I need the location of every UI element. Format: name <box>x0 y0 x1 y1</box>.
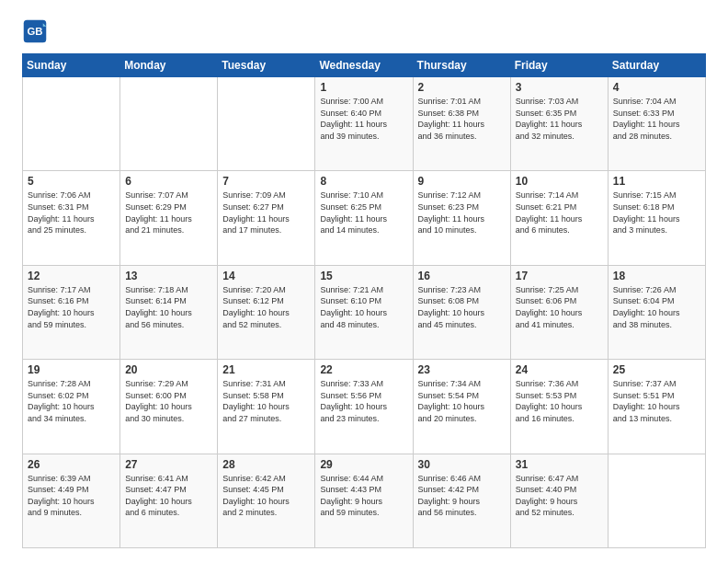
day-cell: 15Sunrise: 7:21 AM Sunset: 6:10 PM Dayli… <box>315 265 413 359</box>
day-info: Sunrise: 7:29 AM Sunset: 6:00 PM Dayligh… <box>125 378 212 424</box>
calendar-page: GB SundayMondayTuesdayWednesdayThursdayF… <box>0 0 728 563</box>
day-number: 3 <box>516 81 603 94</box>
day-info: Sunrise: 7:37 AM Sunset: 5:51 PM Dayligh… <box>613 378 700 424</box>
day-cell: 18Sunrise: 7:26 AM Sunset: 6:04 PM Dayli… <box>608 265 705 359</box>
day-cell: 8Sunrise: 7:10 AM Sunset: 6:25 PM Daylig… <box>315 171 413 265</box>
day-cell: 21Sunrise: 7:31 AM Sunset: 5:58 PM Dayli… <box>218 360 315 454</box>
day-cell: 7Sunrise: 7:09 AM Sunset: 6:27 PM Daylig… <box>218 171 315 265</box>
day-number: 7 <box>222 175 310 188</box>
day-cell <box>608 454 705 547</box>
day-info: Sunrise: 7:36 AM Sunset: 5:53 PM Dayligh… <box>516 378 603 424</box>
day-info: Sunrise: 7:25 AM Sunset: 6:06 PM Dayligh… <box>516 284 603 330</box>
day-info: Sunrise: 7:04 AM Sunset: 6:33 PM Dayligh… <box>613 96 700 142</box>
day-cell: 14Sunrise: 7:20 AM Sunset: 6:12 PM Dayli… <box>218 265 315 359</box>
day-cell: 13Sunrise: 7:18 AM Sunset: 6:14 PM Dayli… <box>120 265 218 359</box>
day-info: Sunrise: 7:23 AM Sunset: 6:08 PM Dayligh… <box>418 284 506 330</box>
day-number: 22 <box>320 363 407 376</box>
day-info: Sunrise: 7:18 AM Sunset: 6:14 PM Dayligh… <box>125 284 212 330</box>
day-info: Sunrise: 7:33 AM Sunset: 5:56 PM Dayligh… <box>320 378 407 424</box>
day-cell: 22Sunrise: 7:33 AM Sunset: 5:56 PM Dayli… <box>315 360 413 454</box>
day-cell: 2Sunrise: 7:01 AM Sunset: 6:38 PM Daylig… <box>413 77 510 171</box>
day-number: 20 <box>125 363 212 376</box>
day-number: 19 <box>28 363 115 376</box>
weekday-tuesday: Tuesday <box>218 54 315 77</box>
day-cell: 27Sunrise: 6:41 AM Sunset: 4:47 PM Dayli… <box>120 454 218 547</box>
day-number: 12 <box>28 270 115 282</box>
week-row-3: 19Sunrise: 7:28 AM Sunset: 6:02 PM Dayli… <box>23 360 706 454</box>
day-info: Sunrise: 7:06 AM Sunset: 6:31 PM Dayligh… <box>28 190 115 236</box>
week-row-1: 5Sunrise: 7:06 AM Sunset: 6:31 PM Daylig… <box>23 171 706 265</box>
day-info: Sunrise: 7:31 AM Sunset: 5:58 PM Dayligh… <box>222 378 310 424</box>
weekday-saturday: Saturday <box>608 54 705 77</box>
weekday-monday: Monday <box>120 54 218 77</box>
day-info: Sunrise: 7:10 AM Sunset: 6:25 PM Dayligh… <box>320 190 407 236</box>
day-info: Sunrise: 7:12 AM Sunset: 6:23 PM Dayligh… <box>418 190 506 236</box>
day-info: Sunrise: 7:17 AM Sunset: 6:16 PM Dayligh… <box>28 284 115 330</box>
day-info: Sunrise: 7:28 AM Sunset: 6:02 PM Dayligh… <box>28 378 115 424</box>
day-cell: 9Sunrise: 7:12 AM Sunset: 6:23 PM Daylig… <box>413 171 510 265</box>
day-number: 4 <box>613 81 700 94</box>
day-number: 14 <box>222 270 310 282</box>
day-cell <box>23 77 120 171</box>
weekday-friday: Friday <box>510 54 608 77</box>
weekday-thursday: Thursday <box>413 54 510 77</box>
day-number: 9 <box>418 175 506 188</box>
day-cell: 10Sunrise: 7:14 AM Sunset: 6:21 PM Dayli… <box>510 171 608 265</box>
logo-icon: GB <box>22 18 48 44</box>
day-number: 28 <box>222 458 310 471</box>
day-cell: 4Sunrise: 7:04 AM Sunset: 6:33 PM Daylig… <box>608 77 705 171</box>
day-number: 6 <box>125 175 212 188</box>
day-cell: 26Sunrise: 6:39 AM Sunset: 4:49 PM Dayli… <box>23 454 120 547</box>
day-info: Sunrise: 6:39 AM Sunset: 4:49 PM Dayligh… <box>28 473 115 519</box>
day-number: 27 <box>125 458 212 471</box>
day-cell: 25Sunrise: 7:37 AM Sunset: 5:51 PM Dayli… <box>608 360 705 454</box>
logo: GB <box>22 18 51 44</box>
day-info: Sunrise: 7:15 AM Sunset: 6:18 PM Dayligh… <box>613 190 700 236</box>
week-row-4: 26Sunrise: 6:39 AM Sunset: 4:49 PM Dayli… <box>23 454 706 547</box>
day-cell: 19Sunrise: 7:28 AM Sunset: 6:02 PM Dayli… <box>23 360 120 454</box>
day-number: 13 <box>125 270 212 282</box>
calendar-table: SundayMondayTuesdayWednesdayThursdayFrid… <box>22 53 706 548</box>
day-info: Sunrise: 7:07 AM Sunset: 6:29 PM Dayligh… <box>125 190 212 236</box>
day-info: Sunrise: 7:34 AM Sunset: 5:54 PM Dayligh… <box>418 378 506 424</box>
day-info: Sunrise: 7:00 AM Sunset: 6:40 PM Dayligh… <box>320 96 407 142</box>
day-info: Sunrise: 7:20 AM Sunset: 6:12 PM Dayligh… <box>222 284 310 330</box>
day-cell: 12Sunrise: 7:17 AM Sunset: 6:16 PM Dayli… <box>23 265 120 359</box>
weekday-sunday: Sunday <box>23 54 120 77</box>
day-cell: 31Sunrise: 6:47 AM Sunset: 4:40 PM Dayli… <box>510 454 608 547</box>
day-info: Sunrise: 6:47 AM Sunset: 4:40 PM Dayligh… <box>516 473 603 519</box>
day-cell: 6Sunrise: 7:07 AM Sunset: 6:29 PM Daylig… <box>120 171 218 265</box>
day-number: 18 <box>613 270 700 282</box>
day-number: 1 <box>320 81 407 94</box>
day-number: 17 <box>516 270 603 282</box>
day-number: 16 <box>418 270 506 282</box>
svg-text:GB: GB <box>27 26 42 37</box>
day-number: 24 <box>516 363 603 376</box>
day-cell: 24Sunrise: 7:36 AM Sunset: 5:53 PM Dayli… <box>510 360 608 454</box>
week-row-2: 12Sunrise: 7:17 AM Sunset: 6:16 PM Dayli… <box>23 265 706 359</box>
day-cell: 1Sunrise: 7:00 AM Sunset: 6:40 PM Daylig… <box>315 77 413 171</box>
day-info: Sunrise: 6:44 AM Sunset: 4:43 PM Dayligh… <box>320 473 407 519</box>
day-number: 25 <box>613 363 700 376</box>
day-cell <box>120 77 218 171</box>
day-cell: 30Sunrise: 6:46 AM Sunset: 4:42 PM Dayli… <box>413 454 510 547</box>
day-number: 5 <box>28 175 115 188</box>
day-number: 26 <box>28 458 115 471</box>
day-info: Sunrise: 6:46 AM Sunset: 4:42 PM Dayligh… <box>418 473 506 519</box>
day-number: 2 <box>418 81 506 94</box>
day-cell: 5Sunrise: 7:06 AM Sunset: 6:31 PM Daylig… <box>23 171 120 265</box>
day-info: Sunrise: 7:01 AM Sunset: 6:38 PM Dayligh… <box>418 96 506 142</box>
day-cell <box>218 77 315 171</box>
day-info: Sunrise: 7:21 AM Sunset: 6:10 PM Dayligh… <box>320 284 407 330</box>
weekday-header-row: SundayMondayTuesdayWednesdayThursdayFrid… <box>23 54 706 77</box>
day-number: 11 <box>613 175 700 188</box>
day-number: 29 <box>320 458 407 471</box>
day-cell: 20Sunrise: 7:29 AM Sunset: 6:00 PM Dayli… <box>120 360 218 454</box>
day-cell: 29Sunrise: 6:44 AM Sunset: 4:43 PM Dayli… <box>315 454 413 547</box>
day-number: 31 <box>516 458 603 471</box>
week-row-0: 1Sunrise: 7:00 AM Sunset: 6:40 PM Daylig… <box>23 77 706 171</box>
day-info: Sunrise: 6:42 AM Sunset: 4:45 PM Dayligh… <box>222 473 310 519</box>
weekday-wednesday: Wednesday <box>315 54 413 77</box>
day-number: 10 <box>516 175 603 188</box>
day-info: Sunrise: 7:09 AM Sunset: 6:27 PM Dayligh… <box>222 190 310 236</box>
